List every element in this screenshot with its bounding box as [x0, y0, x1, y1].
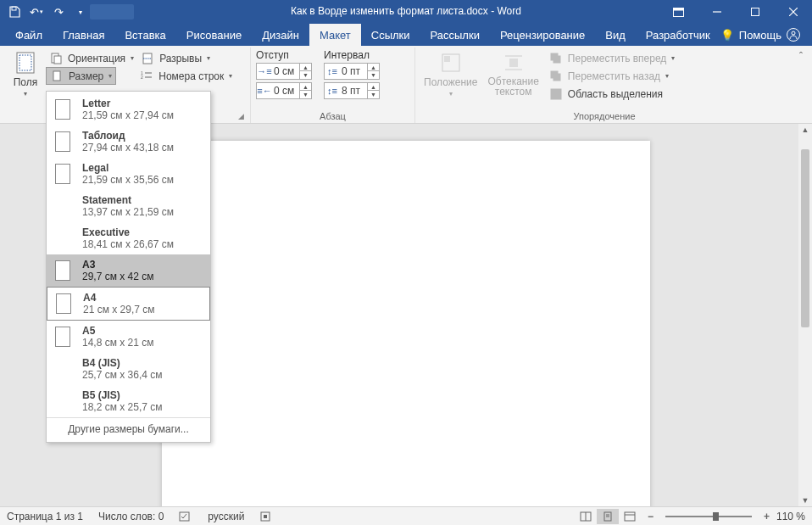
line-numbers-button[interactable]: 12 Номера строк▾ — [136, 67, 236, 85]
size-option-title: Таблоид — [82, 130, 174, 142]
spinner-down[interactable]: ▼ — [300, 71, 311, 79]
document-page[interactable] — [162, 141, 650, 506]
window-controls — [659, 0, 812, 24]
svg-rect-27 — [553, 74, 560, 81]
collapse-ribbon-button[interactable]: ˆ — [793, 47, 809, 123]
size-option-b5jis[interactable]: B5 (JIS)18,2 см x 25,7 см — [47, 385, 210, 417]
qat-customize-button[interactable]: ▾ — [71, 3, 90, 21]
size-option-dimensions: 21,59 см x 35,56 см — [82, 174, 174, 186]
tab-design[interactable]: Дизайн — [252, 24, 309, 46]
svg-rect-28 — [551, 89, 561, 99]
size-option-legal[interactable]: Legal21,59 см x 35,56 см — [47, 158, 210, 190]
size-option-a3[interactable]: A329,7 см x 42 см — [47, 254, 210, 287]
zoom-handle[interactable] — [713, 512, 719, 521]
read-mode-button[interactable] — [575, 509, 597, 524]
indent-left-input[interactable]: →≡ 0 см ▲▼ — [256, 63, 312, 80]
paragraph-group-label: Абзац — [256, 109, 409, 121]
scroll-down-arrow[interactable]: ▼ — [798, 494, 812, 506]
margins-icon — [15, 51, 36, 75]
indent-right-input[interactable]: ≡← 0 см ▲▼ — [256, 82, 312, 99]
spacing-after-icon: ↕≡ — [325, 86, 340, 96]
size-option-statement[interactable]: Statement13,97 см x 21,59 см — [47, 190, 210, 222]
svg-rect-4 — [751, 8, 759, 16]
undo-button[interactable]: ↶▾ — [27, 3, 46, 21]
page-icon — [55, 164, 70, 184]
word-count[interactable]: Число слов: 0 — [98, 511, 164, 522]
close-button[interactable] — [774, 0, 812, 24]
tab-developer[interactable]: Разработчик — [636, 24, 720, 46]
size-dropdown-panel: Letter21,59 см x 27,94 смТаблоид27,94 см… — [46, 91, 211, 443]
zoom-out-button[interactable]: − — [648, 511, 653, 522]
size-option-title: A3 — [82, 259, 154, 271]
web-layout-button[interactable] — [619, 509, 641, 524]
macro-record-icon[interactable] — [259, 511, 271, 522]
page-indicator[interactable]: Страница 1 из 1 — [7, 511, 83, 522]
svg-point-7 — [792, 31, 795, 35]
vertical-scrollbar[interactable]: ▲ ▼ — [798, 124, 812, 506]
size-option-a5[interactable]: A514,8 см x 21 см — [47, 321, 210, 353]
account-placeholder[interactable] — [90, 4, 134, 20]
redo-button[interactable]: ↷ — [49, 3, 68, 21]
spinner-up[interactable]: ▲ — [300, 64, 311, 71]
statusbar: Страница 1 из 1 Число слов: 0 русский − … — [0, 506, 812, 525]
size-option-a4[interactable]: A421 см x 29,7 см — [47, 287, 210, 321]
page-icon — [55, 131, 70, 152]
tab-insert[interactable]: Вставка — [114, 24, 175, 46]
size-option-b4jis[interactable]: B4 (JIS)25,7 см x 36,4 см — [47, 353, 210, 385]
print-layout-button[interactable] — [597, 509, 619, 524]
page-setup-launcher[interactable]: ◢ — [236, 111, 246, 121]
bring-forward-icon — [549, 52, 563, 65]
tab-draw[interactable]: Рисование — [176, 24, 252, 46]
tab-references[interactable]: Ссылки — [361, 24, 420, 46]
scroll-up-arrow[interactable]: ▲ — [798, 124, 812, 136]
save-button[interactable] — [5, 3, 24, 21]
language-indicator[interactable]: русский — [208, 511, 244, 522]
tab-review[interactable]: Рецензирование — [490, 24, 595, 46]
indent-heading: Отступ — [256, 49, 312, 61]
tell-me-button[interactable]: Помощь — [739, 29, 781, 42]
spacing-after-input[interactable]: ↕≡ 8 пт ▲▼ — [324, 82, 380, 99]
wrap-text-button[interactable]: Обтекание текстом — [484, 49, 542, 103]
selection-pane-button[interactable]: Область выделения — [546, 85, 678, 103]
margins-button[interactable]: Поля ▾ — [8, 49, 42, 99]
minimize-button[interactable] — [698, 0, 736, 24]
breaks-button[interactable]: Разрывы▾ — [137, 49, 214, 67]
tab-layout[interactable]: Макет — [309, 24, 361, 46]
send-backward-icon — [549, 70, 563, 83]
size-option-dimensions: 21,59 см x 27,94 см — [82, 109, 174, 121]
tab-home[interactable]: Главная — [53, 24, 114, 46]
scroll-thumb[interactable] — [801, 149, 809, 327]
tab-file[interactable]: Файл — [5, 24, 53, 46]
size-option-letter[interactable]: Letter21,59 см x 27,94 см — [47, 93, 210, 126]
bring-forward-button: Переместить вперед▾ — [546, 49, 678, 67]
size-option-executive[interactable]: Executive18,41 см x 26,67 см — [47, 222, 210, 254]
size-option-dimensions: 25,7 см x 36,4 см — [82, 369, 163, 381]
size-option-[interactable]: Таблоид27,94 см x 43,18 см — [47, 126, 210, 158]
more-paper-sizes-button[interactable]: Другие размеры бумаги... — [47, 417, 210, 440]
lightbulb-icon: 💡 — [720, 29, 734, 42]
orientation-button[interactable]: Ориентация▾ — [46, 49, 137, 67]
account-icon[interactable] — [787, 28, 800, 42]
margins-label: Поля — [14, 76, 38, 88]
position-button[interactable]: Положение ▾ — [420, 49, 481, 103]
ribbon-display-button[interactable] — [659, 0, 698, 24]
svg-rect-38 — [625, 512, 635, 521]
svg-rect-11 — [54, 56, 61, 64]
spacing-before-input[interactable]: ↕≡ 0 пт ▲▼ — [324, 63, 380, 80]
arrange-group-label: Упорядочение — [420, 109, 788, 121]
zoom-slider[interactable] — [665, 516, 752, 517]
tab-mailings[interactable]: Рассылки — [420, 24, 490, 46]
zoom-in-button[interactable]: + — [764, 511, 770, 522]
zoom-level[interactable]: 110 % — [776, 511, 805, 522]
size-option-title: Legal — [82, 162, 174, 174]
maximize-button[interactable] — [736, 0, 774, 24]
ribbon-tabs: Файл Главная Вставка Рисование Дизайн Ма… — [0, 24, 812, 46]
size-option-title: B5 (JIS) — [82, 389, 163, 401]
svg-text:2: 2 — [141, 75, 143, 80]
orientation-icon — [49, 52, 63, 65]
spellcheck-icon[interactable] — [179, 511, 192, 522]
size-button[interactable]: Размер▾ — [46, 67, 116, 85]
tab-view[interactable]: Вид — [595, 24, 636, 46]
size-option-title: Statement — [82, 194, 174, 206]
spacing-heading: Интервал — [324, 49, 380, 61]
